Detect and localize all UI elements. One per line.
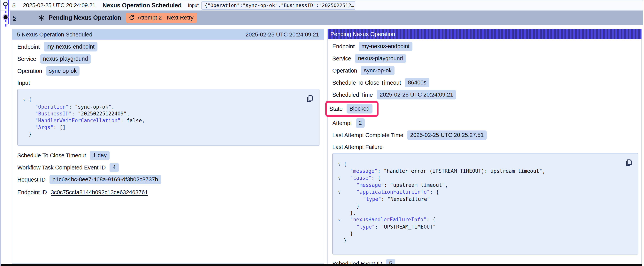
pending-operation-title: Pending Nexus Operation — [49, 14, 121, 21]
field-label: State — [330, 106, 343, 112]
field-row-service: Service nexus-playground — [328, 53, 642, 65]
code-line: "BusinessID": "20250225122409", — [29, 110, 130, 117]
code-line: } — [344, 230, 353, 237]
field-value-chip: 2 — [356, 118, 365, 128]
field-row-service: Service nexus-playground — [12, 53, 324, 65]
code-line-gutter — [335, 168, 344, 174]
event-row-nexus-operation-scheduled[interactable]: 5 2025-02-25 UTC 20:24:09.21 Nexus Opera… — [0, 1, 643, 11]
code-line: "type": "UPSTREAM_TIMEOUT" — [344, 223, 436, 230]
timeline-filled-circle-icon — [4, 15, 8, 19]
event-title: Nexus Operation Scheduled — [102, 2, 182, 9]
field-row-scheduled-time: Scheduled Time 2025-02-25 UTC 20:24:09.2… — [328, 89, 642, 101]
field-label: Workflow Task Completed Event ID — [17, 164, 106, 171]
code-line-gutter — [335, 209, 344, 216]
code-line: "Args": [] — [29, 124, 66, 131]
pending-asterisk-icon — [38, 14, 45, 21]
field-row-state: State Blocked — [325, 101, 642, 117]
code-line-gutter: ∨ — [20, 96, 29, 104]
code-line: "message": "upstream timeout", — [344, 182, 448, 189]
code-line: { — [29, 96, 32, 104]
right-panel-header: Pending Nexus Operation — [328, 29, 642, 39]
collapse-chevron-icon[interactable]: ∨ — [23, 98, 26, 102]
code-line: "type": "NexusFailure" — [344, 196, 430, 203]
field-row-endpoint-id: Endpoint ID 3c0c75ccfa8144b092c13ce63246… — [12, 186, 324, 199]
code-line-gutter — [335, 196, 344, 203]
field-label: Endpoint ID — [17, 189, 47, 196]
collapse-chevron-icon[interactable]: ∨ — [338, 218, 341, 222]
code-line: "applicationFailureInfo": { — [344, 189, 439, 196]
code-line: } — [344, 203, 360, 209]
event-detail-label: Input — [188, 3, 199, 8]
code-line-gutter: ∨ — [335, 160, 344, 168]
code-line-gutter — [20, 117, 29, 124]
collapse-chevron-icon[interactable]: ∨ — [338, 162, 341, 167]
code-line-gutter — [20, 124, 29, 131]
field-value-chip: b1c6a4bc-8ee7-468a-9169-df3b02c8737b — [50, 175, 161, 184]
code-line: "HandlerWaitForCancellation": false, — [29, 117, 145, 124]
code-line-gutter — [20, 110, 29, 117]
code-line-gutter: ∨ — [335, 216, 344, 223]
field-label: Service — [17, 56, 36, 62]
field-row-endpoint: Endpoint my-nexus-endpoint — [328, 40, 642, 53]
pending-operation-row[interactable]: 5 Pending Nexus Operation Attempt 2 · Ne… — [10, 11, 643, 25]
endpoint-id-link[interactable]: 3c0c75ccfa8144b092c13ce632463761 — [51, 189, 148, 196]
code-line-gutter: ∨ — [335, 174, 344, 182]
field-label: Endpoint — [332, 43, 355, 50]
field-value-chip: my-nexus-endpoint — [44, 42, 98, 52]
field-row-operation: Operation sync-op-ok — [328, 65, 642, 77]
code-line-gutter — [335, 223, 344, 230]
code-line-gutter — [20, 104, 29, 110]
collapse-chevron-icon[interactable]: ∨ — [338, 190, 341, 195]
field-value-chip: sync-op-ok — [361, 66, 394, 75]
field-value-chip: 4 — [110, 163, 118, 172]
input-section-label: Input — [12, 80, 324, 86]
code-line-gutter — [335, 230, 344, 237]
code-line: "message": "handler error (UPSTREAM_TIME… — [344, 168, 545, 174]
field-value-chip: 2025-02-25 UTC 20:25:27.51 — [407, 130, 486, 140]
left-panel-title: 5 Nexus Operation Scheduled — [17, 31, 92, 38]
event-timestamp: 2025-02-25 UTC 20:24:09.21 — [23, 2, 96, 9]
field-row-last-attempt-complete-time: Last Attempt Complete Time 2025-02-25 UT… — [328, 129, 642, 141]
field-label: Service — [332, 55, 351, 62]
retry-icon — [129, 15, 135, 21]
left-panel-header: 5 Nexus Operation Scheduled 2025-02-25 U… — [12, 30, 324, 40]
field-label: Request ID — [17, 176, 46, 183]
code-line: "cause": { — [344, 174, 381, 182]
scheduled-event-detail-panel: 5 Nexus Operation Scheduled 2025-02-25 U… — [12, 29, 324, 264]
code-line-gutter: ∨ — [335, 189, 344, 196]
field-label: Schedule To Close Timeout — [332, 80, 401, 86]
field-label: Operation — [17, 68, 42, 74]
copy-icon[interactable] — [625, 158, 633, 167]
field-value-chip: 86400s — [405, 78, 430, 87]
code-line-gutter — [335, 182, 344, 189]
field-row-attempt: Attempt 2 — [328, 117, 642, 129]
code-line: "nexusHandlerFailureInfo": { — [344, 216, 436, 223]
pending-event-id-link[interactable]: 5 — [13, 15, 16, 21]
field-label: Schedule To Close Timeout — [17, 152, 86, 159]
input-json-block: ∨{"Operation": "sync-op-ok","BusinessID"… — [17, 89, 320, 146]
attempt-retry-badge-label: Attempt 2 · Next Retry — [138, 15, 194, 21]
field-row-schedule-to-close-timeout: Schedule To Close Timeout 86400s — [328, 77, 642, 89]
field-value-chip: sync-op-ok — [46, 66, 80, 76]
event-history-container: 5 2025-02-25 UTC 20:24:09.21 Nexus Opera… — [0, 0, 643, 266]
code-line: { — [344, 160, 347, 168]
field-value-chip: 1 day — [90, 151, 110, 160]
collapse-chevron-icon[interactable]: ∨ — [338, 176, 341, 181]
detail-panels: 5 Nexus Operation Scheduled 2025-02-25 U… — [0, 29, 643, 266]
code-line-gutter — [20, 131, 29, 138]
selected-event-indicator-bar — [8, 1, 9, 24]
event-id-link[interactable]: 5 — [12, 2, 16, 9]
copy-icon[interactable] — [306, 94, 314, 103]
code-line-gutter — [335, 237, 344, 244]
field-label: Last Attempt Complete Time — [332, 132, 403, 138]
event-input-preview-chip[interactable]: {"Operation":"sync-op-ok","BusinessID":"… — [201, 1, 355, 10]
failure-section-label: Last Attempt Failure — [328, 144, 642, 150]
field-value-chip: nexus-playground — [40, 54, 91, 64]
field-label: Operation — [332, 68, 357, 74]
right-panel-title: Pending Nexus Operation — [330, 31, 395, 38]
code-line: }, — [344, 209, 356, 216]
field-label: Endpoint — [17, 44, 40, 50]
field-label: Attempt — [332, 120, 352, 126]
event-timeline — [0, 1, 12, 36]
field-label: Scheduled Time — [332, 92, 373, 98]
